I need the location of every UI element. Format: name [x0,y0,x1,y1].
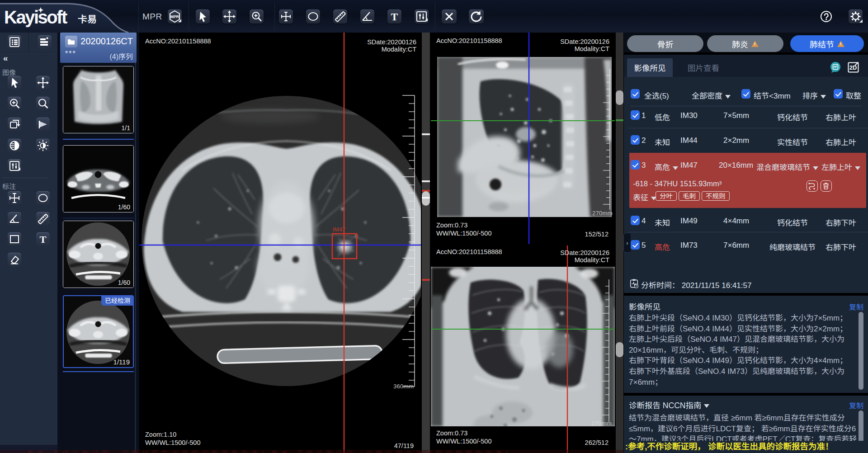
svg-text:Kayisoft: Kayisoft [4,7,67,27]
svg-text:270mm: 270mm [591,420,612,427]
svg-text:MPR: MPR [170,14,179,19]
svg-text:270mm: 270mm [592,210,613,217]
svg-text:T: T [40,234,47,245]
svg-text:T: T [391,11,398,23]
svg-text:IM47: IM47 [333,226,345,233]
svg-text:360mm: 360mm [393,383,414,390]
svg-text:卡易: 卡易 [78,14,97,24]
